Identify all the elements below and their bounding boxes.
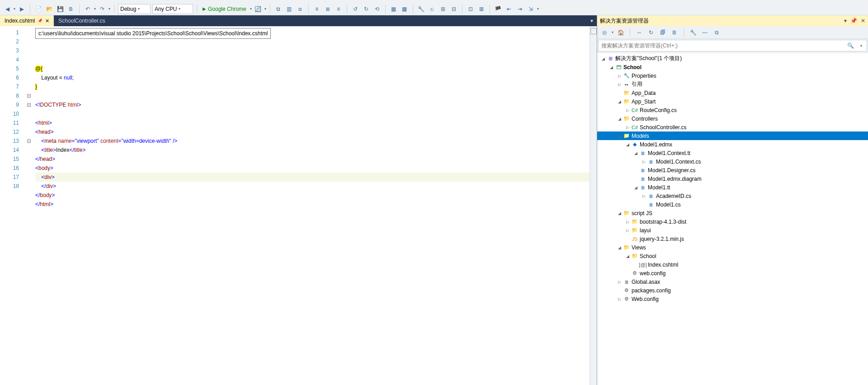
code-line[interactable]: </html>: [35, 200, 590, 209]
expand-toggle[interactable]: ◢: [600, 56, 606, 61]
tree-node[interactable]: ▷📁layui: [597, 226, 868, 235]
tree-node[interactable]: [@]Index.cshtml: [597, 260, 868, 269]
tree-node[interactable]: ▷📁bootstrap-4.1.3-dist: [597, 217, 868, 226]
expand-toggle[interactable]: ◢: [616, 134, 623, 138]
expand-toggle[interactable]: ◢: [624, 142, 631, 147]
nav-forward-button[interactable]: ▶: [17, 5, 26, 14]
search-dropdown-icon[interactable]: ▾: [856, 44, 867, 48]
tree-node[interactable]: ▷C#SchoolController.cs: [597, 123, 868, 131]
sol-preview-icon[interactable]: ―: [700, 28, 709, 37]
expand-toggle[interactable]: ▷: [616, 74, 623, 78]
code-surface[interactable]: c:\users\liuhui\documents\visual studio …: [35, 26, 590, 385]
sol-sync-icon[interactable]: ↔: [635, 28, 644, 37]
tree-node[interactable]: ▷🗎Global.asax: [597, 277, 868, 286]
tree-node[interactable]: ◢📁Views: [597, 243, 868, 252]
expand-toggle[interactable]: ▷: [624, 220, 631, 224]
browser-link-refresh-button[interactable]: 🔄: [254, 5, 263, 14]
split-editor-handle[interactable]: [590, 28, 597, 34]
expand-toggle[interactable]: ◢: [624, 254, 631, 258]
code-line[interactable]: [35, 55, 590, 64]
tree-node[interactable]: JSjquery-3.2.1.min.js: [597, 235, 868, 243]
new-project-button[interactable]: 📄: [34, 5, 43, 14]
code-editor[interactable]: 123456789101112131415161718 ⊟⊟⊟ c:\users…: [0, 26, 597, 385]
toolbar-icon[interactable]: ⧈: [296, 5, 305, 14]
tree-node[interactable]: ◢📁Models: [597, 131, 868, 140]
toolbar-icon[interactable]: ≡: [334, 5, 343, 14]
code-line[interactable]: Layout = null;: [35, 73, 590, 82]
expand-toggle[interactable]: ▷: [624, 108, 631, 113]
expand-toggle[interactable]: ◢: [616, 117, 623, 121]
code-line[interactable]: [35, 109, 590, 118]
expand-toggle[interactable]: ▷: [616, 280, 623, 284]
solution-explorer-search[interactable]: 🔍 ▾: [598, 40, 867, 52]
sol-show-all-icon[interactable]: 🗎: [670, 28, 679, 37]
toolbar-icon[interactable]: 🔧: [417, 5, 426, 14]
tree-node[interactable]: ◢🗎Model1.tt: [597, 183, 868, 192]
toolbar-icon[interactable]: ⟲: [373, 5, 382, 14]
outline-fold-column[interactable]: ⊟⊟⊟: [23, 26, 35, 385]
code-line[interactable]: <head>: [35, 127, 590, 136]
expand-toggle[interactable]: ▷: [616, 297, 623, 301]
platform-dropdown[interactable]: Any CPU▾: [152, 4, 193, 14]
redo-button[interactable]: ↷: [98, 5, 107, 14]
toolbar-icon[interactable]: ↻: [362, 5, 371, 14]
tree-node[interactable]: ⚙web.config: [597, 269, 868, 277]
expand-toggle[interactable]: ▷: [624, 228, 631, 233]
toolbar-icon[interactable]: ⊠: [477, 5, 486, 14]
code-line[interactable]: [35, 91, 590, 100]
code-line[interactable]: }: [35, 82, 590, 91]
toolbar-icon[interactable]: ▦: [389, 5, 398, 14]
toolbar-icon[interactable]: ⇥: [515, 5, 524, 14]
panel-dropdown-button[interactable]: ▾: [844, 18, 847, 24]
tree-node[interactable]: ▷C#RouteConfig.cs: [597, 106, 868, 114]
code-line[interactable]: <meta name="viewport" content="width=dev…: [35, 136, 590, 146]
toolbar-icon[interactable]: ⊞: [439, 5, 448, 14]
close-tab-icon[interactable]: ✕: [45, 18, 49, 24]
code-line[interactable]: [35, 209, 590, 218]
debug-step-icon[interactable]: ⧉: [274, 5, 283, 14]
expand-toggle[interactable]: ◢: [608, 65, 614, 70]
code-line[interactable]: </div>: [35, 182, 590, 191]
save-all-button[interactable]: 🗎: [66, 5, 75, 14]
code-line[interactable]: <body>: [35, 164, 590, 173]
pin-icon[interactable]: 📌: [38, 19, 42, 23]
expand-toggle[interactable]: ▷: [616, 82, 623, 87]
tree-node[interactable]: ◢📁App_Start: [597, 97, 868, 106]
document-tab[interactable]: Index.cshtml📌✕: [0, 15, 54, 26]
sol-view-class-icon[interactable]: ⧉: [712, 28, 721, 37]
tree-node[interactable]: ◢📁Controllers: [597, 114, 868, 123]
tree-node[interactable]: ◢📁School: [597, 252, 868, 260]
toolbar-icon[interactable]: ▥: [285, 5, 294, 14]
toolbar-icon[interactable]: ≣: [323, 5, 332, 14]
sol-properties-icon[interactable]: 🔧: [689, 28, 698, 37]
save-button[interactable]: 💾: [56, 5, 65, 14]
tree-node[interactable]: 🗎Model1.cs: [597, 200, 868, 209]
document-tab[interactable]: SchoolController.cs: [54, 15, 109, 26]
tree-node[interactable]: ◢🗖School: [597, 63, 868, 71]
nav-back-button[interactable]: ◀: [3, 5, 12, 14]
sol-refresh-icon[interactable]: ↻: [646, 28, 656, 37]
sol-home-combo-icon[interactable]: ◎: [600, 28, 609, 37]
tree-node[interactable]: ▷🗎Model1.Context.cs: [597, 157, 868, 166]
panel-pin-button[interactable]: 📌: [850, 18, 857, 24]
code-line[interactable]: @{: [35, 64, 590, 73]
tree-node[interactable]: ⚙packages.config: [597, 286, 868, 295]
code-line[interactable]: </body>: [35, 191, 590, 200]
panel-close-button[interactable]: ✕: [861, 18, 865, 24]
tree-node[interactable]: ▷⚙Web.config: [597, 295, 868, 303]
toolbar-icon[interactable]: ↺: [351, 5, 360, 14]
expand-toggle[interactable]: ◢: [632, 185, 639, 190]
tree-node[interactable]: ◢⊞解决方案"School"(1 个项目): [597, 54, 868, 63]
tree-node[interactable]: 📁App_Data: [597, 89, 868, 97]
undo-button[interactable]: ↶: [83, 5, 92, 14]
tree-node[interactable]: ▷🔧Properties: [597, 71, 868, 80]
solution-search-input[interactable]: [599, 42, 845, 49]
code-line[interactable]: </head>: [35, 155, 590, 164]
toolbar-icon[interactable]: ⊟: [449, 5, 458, 14]
start-debug-button[interactable]: Google Chrome: [201, 6, 248, 12]
tree-node[interactable]: ◢📁script JS: [597, 209, 868, 217]
code-line[interactable]: <div>: [35, 173, 590, 182]
tree-node[interactable]: 🗎Model1.Designer.cs: [597, 166, 868, 174]
solution-tree[interactable]: ◢⊞解决方案"School"(1 个项目)◢🗖School▷🔧Propertie…: [597, 53, 868, 385]
sol-collapse-icon[interactable]: 🗐: [658, 28, 667, 37]
